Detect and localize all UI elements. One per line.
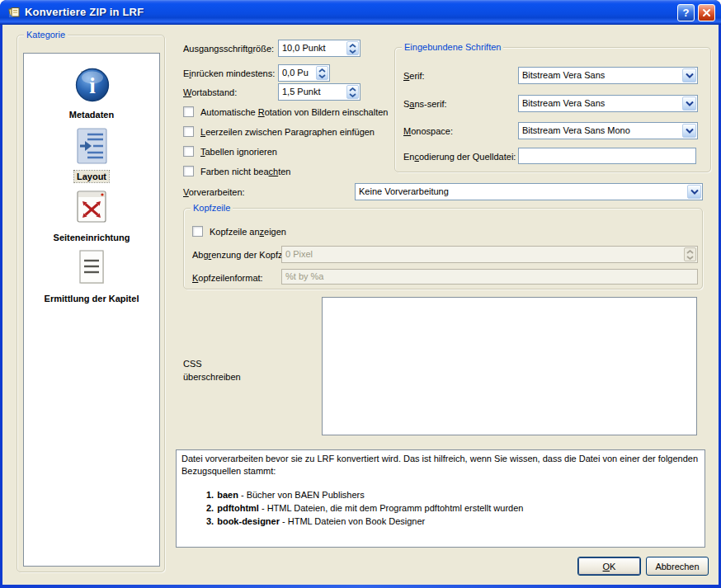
spin-up-icon: [318, 68, 326, 73]
dialog-window: Konvertiere ZIP in LRF ? Kategorie: [0, 0, 721, 588]
css-override-label: CSSüberschreiben: [183, 357, 241, 383]
cancel-button[interactable]: Abbrechen: [646, 557, 709, 576]
chevron-down-icon: [686, 73, 694, 78]
ignore-tables-label[interactable]: Tabellen ignorieren: [200, 146, 277, 158]
sans-serif-label: Sans-serif:: [403, 98, 447, 110]
blank-lines-label[interactable]: Leerzeilen zwischen Paragraphen einfügen: [200, 126, 375, 138]
indent-label: Einrücken mindestens:: [183, 68, 275, 79]
ignore-colors-checkbox[interactable]: [183, 166, 194, 176]
source-encoding-input[interactable]: [518, 148, 696, 164]
monospace-font-value: Bitstream Vera Sans Mono: [522, 125, 630, 135]
sidebar-item-label: Ermittlung der Kapitel: [42, 293, 142, 304]
spinner-buttons: [684, 247, 696, 261]
category-list: i Metadaten Layout: [23, 53, 160, 567]
blank-lines-checkbox[interactable]: [183, 126, 194, 137]
sidebar-item-label: Seiteneinrichtung: [51, 232, 133, 243]
ok-button[interactable]: OK: [577, 557, 641, 576]
sidebar-item-chapter-detection[interactable]: Ermittlung der Kapitel: [24, 249, 159, 305]
indent-value: 0,0 Pu: [282, 68, 309, 78]
serif-font-value: Bitstream Vera Sans: [522, 70, 605, 80]
font-size-spinner[interactable]: 10,0 Punkt: [278, 40, 360, 57]
sans-serif-font-dropdown[interactable]: Bitstream Vera Sans: [518, 95, 698, 112]
titlebar[interactable]: Konvertiere ZIP in LRF ?: [0, 0, 721, 25]
window-title: Konvertiere ZIP in LRF: [25, 6, 144, 18]
font-size-value: 10,0 Punkt: [282, 43, 326, 53]
word-spacing-spinner[interactable]: 1,5 Punkt: [278, 83, 360, 101]
svg-text:i: i: [89, 73, 96, 98]
sidebar-item-label: Layout: [74, 171, 109, 182]
monospace-label: Monospace:: [403, 125, 453, 137]
source-encoding-label: Encodierung der Quelldatei:: [403, 151, 516, 162]
spinner-buttons[interactable]: [346, 41, 359, 55]
spinner-buttons[interactable]: [316, 66, 328, 80]
show-header-label[interactable]: Kopfzeile anzeigen: [210, 226, 286, 238]
preprocess-label: Vorverarbeiten:: [183, 186, 245, 198]
help-button[interactable]: ?: [677, 4, 695, 21]
layout-icon: [73, 127, 110, 165]
spin-up-icon: [686, 250, 694, 254]
header-separation-spinner: 0 Pixel: [281, 246, 698, 263]
embedded-fonts-group: Eingebundene Schriften Serif: Bitstream …: [394, 47, 711, 172]
close-button[interactable]: [698, 4, 715, 21]
info-list-item: 2.pdftohtml - HTML Dateien, die mit dem …: [206, 501, 700, 515]
spinner-buttons[interactable]: [346, 85, 359, 99]
info-list-item: 1.baen - Bücher von BAEN Publishers: [206, 488, 700, 501]
spin-down-icon: [318, 74, 326, 78]
chevron-down-icon: [690, 189, 699, 195]
page-setup-icon: [73, 188, 110, 226]
chevron-down-icon: [686, 128, 694, 134]
spin-down-icon: [686, 256, 694, 260]
auto-rotation-checkbox[interactable]: [183, 106, 194, 117]
spin-up-icon: [349, 87, 356, 92]
show-header-checkbox[interactable]: [192, 226, 203, 237]
word-spacing-value: 1,5 Punkt: [282, 87, 320, 96]
info-icon: i: [73, 65, 111, 103]
chapter-list-icon: [73, 249, 110, 287]
preprocess-dropdown[interactable]: Keine Vorverarbeitung: [355, 183, 703, 200]
sidebar-item-page-setup[interactable]: Seiteneinrichtung: [24, 188, 159, 244]
ignore-tables-checkbox[interactable]: [183, 146, 194, 157]
category-group-title: Kategorie: [24, 30, 68, 40]
ignore-colors-label[interactable]: Farben nicht beachten: [200, 166, 290, 177]
css-override-textarea[interactable]: [322, 297, 697, 435]
auto-rotation-label[interactable]: Automatische Rotation von Bildern einsch…: [200, 106, 388, 118]
serif-font-dropdown[interactable]: Bitstream Vera Sans: [518, 67, 698, 84]
indent-spinner[interactable]: 0,0 Pu: [278, 64, 330, 82]
spin-up-icon: [349, 44, 356, 48]
spin-down-icon: [349, 93, 356, 97]
spin-down-icon: [349, 49, 356, 54]
monospace-font-dropdown[interactable]: Bitstream Vera Sans Mono: [518, 122, 698, 139]
app-icon: [7, 6, 21, 19]
preprocess-value: Keine Vorverarbeitung: [359, 186, 449, 196]
embedded-fonts-group-title: Eingebundene Schriften: [402, 42, 503, 53]
sidebar-item-label: Metadaten: [67, 109, 116, 120]
sans-serif-font-value: Bitstream Vera Sans: [522, 98, 605, 108]
header-format-label: Kopfzeilenformat:: [192, 272, 263, 284]
header-separation-value: 0 Pixel: [285, 249, 313, 259]
header-group: Kopfzeile Kopfzeile anzeigen Abgrenzung …: [183, 208, 703, 289]
header-format-input: %t by %a: [281, 269, 698, 285]
help-icon: ?: [683, 7, 690, 19]
dropdown-button[interactable]: [682, 96, 696, 111]
header-format-value: %t by %a: [285, 271, 323, 281]
preprocess-info-box: Datei vorverarbeiten bevor sie zu LRF ko…: [176, 449, 705, 548]
close-icon: [702, 8, 711, 17]
sidebar-item-layout[interactable]: Layout: [24, 127, 159, 183]
dropdown-button[interactable]: [687, 185, 701, 199]
info-list-item: 3.book-designer - HTML Dateien von Book …: [206, 515, 700, 528]
dialog-client-area: Kategorie i Metadaten: [2, 25, 719, 585]
serif-label: Serif:: [403, 70, 425, 82]
header-group-title: Kopfzeile: [191, 203, 233, 214]
font-size-label: Ausgangsschriftgröße:: [183, 43, 274, 54]
chevron-down-icon: [686, 101, 694, 106]
info-intro-text: Datei vorverarbeiten bevor sie zu LRF ko…: [181, 454, 698, 476]
dropdown-button[interactable]: [682, 124, 696, 138]
dropdown-button[interactable]: [682, 68, 696, 82]
word-spacing-label: Wortabstand:: [183, 87, 237, 98]
sidebar-item-metadata[interactable]: i Metadaten: [24, 65, 159, 121]
